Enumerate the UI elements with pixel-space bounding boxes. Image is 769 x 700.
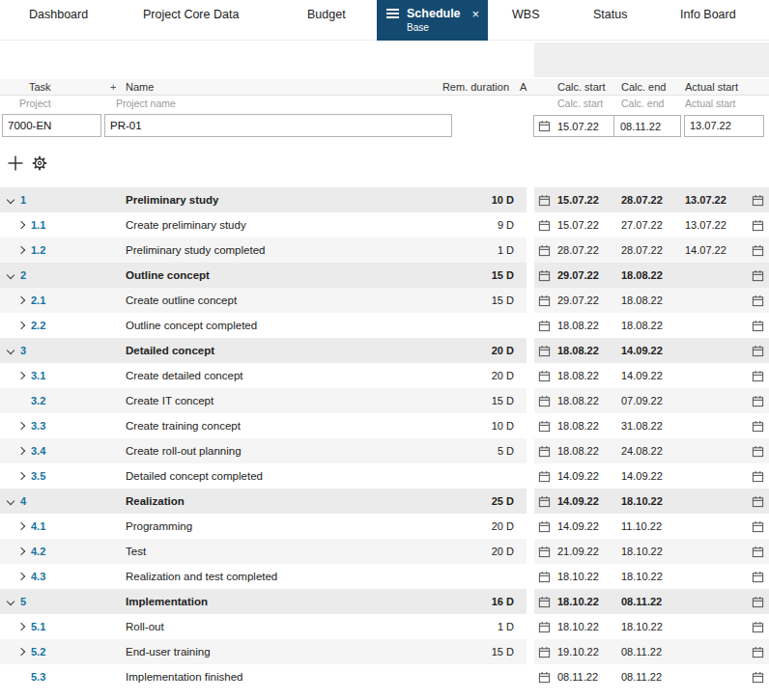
task-row[interactable]: 3 Detailed concept 20 D 18.08.22 14.09.2… — [0, 338, 769, 363]
task-row[interactable]: 2 Outline concept 15 D 29.07.22 18.08.22 — [0, 263, 769, 288]
task-calc-end: 18.08.22 — [617, 320, 681, 331]
calendar-icon[interactable] — [534, 345, 554, 357]
calendar-icon[interactable] — [747, 546, 769, 558]
calendar-icon[interactable] — [534, 646, 554, 658]
task-row[interactable]: 2.1 Create outline concept 15 D 29.07.22… — [0, 288, 769, 313]
calendar-icon[interactable] — [534, 370, 554, 382]
row-expander-chevron-icon[interactable] — [5, 595, 18, 608]
calendar-icon[interactable] — [534, 571, 554, 583]
calendar-icon[interactable] — [747, 244, 769, 257]
calendar-icon[interactable] — [534, 520, 554, 533]
calendar-icon[interactable] — [534, 546, 554, 558]
project-id-input[interactable] — [2, 114, 101, 137]
task-calc-end: 11.10.22 — [617, 520, 681, 532]
calendar-icon[interactable] — [747, 395, 769, 407]
add-column-icon[interactable]: + — [110, 79, 116, 95]
project-calc-end[interactable]: 08.11.22 — [614, 121, 680, 132]
calendar-icon[interactable] — [534, 219, 554, 232]
task-row[interactable]: 4.2 Test 20 D 21.09.22 18.10.22 — [0, 539, 769, 564]
row-expander-chevron-icon[interactable] — [15, 645, 29, 658]
row-expander-chevron-icon[interactable] — [15, 218, 29, 232]
calendar-icon[interactable] — [534, 596, 554, 608]
tab-wbs[interactable]: WBS — [512, 8, 539, 21]
row-expander-chevron-icon[interactable] — [5, 193, 18, 207]
row-expander-chevron-icon[interactable] — [5, 494, 18, 508]
calendar-icon[interactable] — [747, 420, 769, 433]
tab-status[interactable]: Status — [593, 8, 627, 21]
row-expander-chevron-icon[interactable] — [15, 243, 29, 257]
tab-schedule-active[interactable]: Schedule × Base — [377, 0, 488, 41]
tab-budget[interactable]: Budget — [307, 8, 346, 21]
task-row[interactable]: 4 Realization 25 D 14.09.22 18.10.22 — [0, 489, 769, 514]
calendar-icon[interactable] — [747, 370, 769, 382]
tab-info-board[interactable]: Info Board — [680, 8, 736, 21]
row-expander-chevron-icon[interactable] — [15, 519, 29, 533]
task-row[interactable]: 2.2 Outline concept completed 18.08.22 1… — [0, 313, 769, 338]
calendar-icon[interactable] — [747, 219, 769, 232]
project-name-input[interactable] — [104, 114, 452, 137]
calendar-icon[interactable] — [747, 621, 769, 633]
task-row[interactable]: 3.2 Create IT concept 15 D 18.08.22 07.0… — [0, 388, 769, 413]
row-expander-chevron-icon[interactable] — [5, 268, 18, 282]
calendar-icon[interactable] — [534, 671, 554, 684]
task-row[interactable]: 5.3 Implementation finished 08.11.22 08.… — [0, 664, 769, 689]
row-expander-chevron-icon[interactable] — [15, 294, 29, 307]
task-row[interactable]: 3.3 Create training concept 10 D 18.08.2… — [0, 413, 769, 438]
project-calc-start[interactable]: 15.07.22 — [554, 121, 613, 132]
calendar-icon[interactable] — [534, 120, 554, 132]
hamburger-icon[interactable] — [386, 9, 399, 18]
task-row[interactable]: 5 Implementation 16 D 18.10.22 08.11.22 — [0, 589, 769, 614]
task-row[interactable]: 3.1 Create detailed concept 20 D 18.08.2… — [0, 363, 769, 388]
calendar-icon[interactable] — [747, 671, 769, 684]
calendar-icon[interactable] — [747, 470, 769, 483]
close-icon[interactable]: × — [471, 8, 479, 20]
calendar-icon[interactable] — [534, 395, 554, 407]
row-expander-chevron-icon[interactable] — [15, 670, 29, 684]
calendar-icon[interactable] — [534, 320, 554, 332]
calendar-icon[interactable] — [747, 646, 769, 658]
row-expander-chevron-icon[interactable] — [15, 620, 29, 633]
calendar-icon[interactable] — [747, 520, 769, 533]
task-row[interactable]: 4.1 Programming 20 D 14.09.22 11.10.22 — [0, 514, 769, 539]
settings-gear-button[interactable] — [30, 154, 49, 173]
task-row[interactable]: 5.1 Roll-out 1 D 18.10.22 18.10.22 — [0, 614, 769, 639]
calendar-icon[interactable] — [534, 420, 554, 433]
row-expander-chevron-icon[interactable] — [15, 419, 29, 433]
project-actual-start[interactable]: 13.07.22 — [684, 115, 764, 137]
calendar-icon[interactable] — [747, 320, 769, 332]
row-expander-chevron-icon[interactable] — [15, 394, 29, 407]
calendar-icon[interactable] — [534, 244, 554, 257]
add-task-button[interactable] — [6, 154, 25, 173]
calendar-icon[interactable] — [534, 194, 554, 207]
row-expander-chevron-icon[interactable] — [15, 444, 29, 458]
row-expander-chevron-icon[interactable] — [15, 319, 29, 332]
calendar-icon[interactable] — [747, 571, 769, 583]
tab-dashboard[interactable]: Dashboard — [29, 8, 88, 21]
task-row[interactable]: 5.2 End-user training 15 D 19.10.22 08.1… — [0, 639, 769, 664]
task-row[interactable]: 3.5 Detailed concept completed 14.09.22 … — [0, 463, 769, 489]
calendar-icon[interactable] — [747, 269, 769, 282]
tab-project-core-data[interactable]: Project Core Data — [143, 8, 239, 21]
task-row[interactable]: 1.1 Create preliminary study 9 D 15.07.2… — [0, 212, 769, 238]
calendar-icon[interactable] — [534, 495, 554, 508]
calendar-icon[interactable] — [534, 269, 554, 282]
task-row[interactable]: 1.2 Preliminary study completed 1 D 28.0… — [0, 238, 769, 263]
task-row[interactable]: 1 Preliminary study 10 D 15.07.22 28.07.… — [0, 187, 769, 212]
calendar-icon[interactable] — [534, 470, 554, 483]
calendar-icon[interactable] — [747, 194, 769, 207]
calendar-icon[interactable] — [534, 445, 554, 458]
calendar-icon[interactable] — [747, 294, 769, 307]
row-expander-chevron-icon[interactable] — [15, 369, 29, 382]
calendar-icon[interactable] — [747, 345, 769, 357]
calendar-icon[interactable] — [747, 596, 769, 608]
row-expander-chevron-icon[interactable] — [15, 469, 29, 483]
row-expander-chevron-icon[interactable] — [15, 545, 29, 558]
calendar-icon[interactable] — [747, 495, 769, 508]
calendar-icon[interactable] — [747, 445, 769, 458]
row-expander-chevron-icon[interactable] — [5, 344, 18, 357]
row-expander-chevron-icon[interactable] — [15, 570, 29, 583]
task-row[interactable]: 3.4 Create roll-out planning 5 D 18.08.2… — [0, 438, 769, 463]
calendar-icon[interactable] — [534, 621, 554, 633]
task-row[interactable]: 4.3 Realization and test completed 18.10… — [0, 564, 769, 589]
calendar-icon[interactable] — [534, 294, 554, 307]
